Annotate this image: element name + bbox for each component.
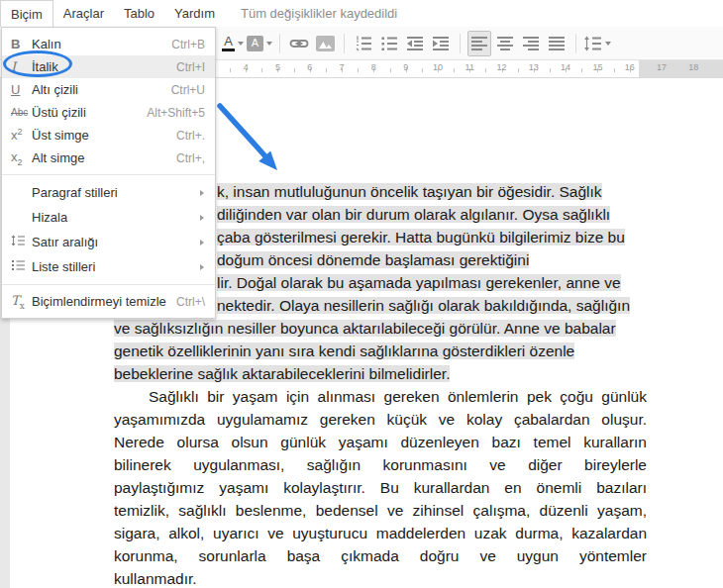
text-line: genetik özelliklerinin yanı sıra kendi s… — [114, 340, 723, 362]
text-line: çaba gösterilmesi gerekir. Hatta bugünkü… — [217, 226, 723, 248]
submenu-arrow-icon — [200, 215, 204, 221]
submenu-arrow-icon — [200, 190, 204, 196]
insert-link-button[interactable] — [287, 31, 311, 56]
line-spacing-icon — [583, 36, 602, 51]
line-spacing-button[interactable] — [583, 31, 611, 56]
menu-item-subscript[interactable]: x2 Alt simge Ctrl+, — [2, 147, 215, 169]
save-status: Tüm değişiklikler kaydedildi — [241, 6, 397, 21]
strikethrough-icon: Abc — [2, 107, 32, 118]
menu-separator — [2, 174, 215, 175]
chevron-down-icon — [266, 42, 272, 46]
text-line: diliğinden var olan bir durum olarak alg… — [217, 203, 723, 226]
justify-button[interactable] — [545, 31, 568, 56]
text-line: bebeklerine sağlık aktarabileceklerini b… — [114, 362, 723, 385]
annotation-circle — [3, 50, 72, 77]
align-center-button[interactable] — [493, 31, 517, 56]
image-icon — [316, 36, 335, 51]
submenu-arrow-icon — [200, 264, 204, 270]
decrease-indent-button[interactable] — [403, 31, 427, 56]
menu-separator — [2, 284, 215, 285]
superscript-icon: x2 — [2, 127, 32, 143]
numbered-list-icon — [355, 36, 372, 51]
text-color-icon: A — [222, 36, 235, 51]
subscript-icon: x2 — [2, 149, 32, 167]
menu-tools[interactable]: Araçlar — [53, 0, 114, 27]
text-line: Nerede olursa olsun günlük yaşamı düzenl… — [114, 431, 647, 453]
align-right-button[interactable] — [519, 31, 543, 56]
bulleted-list-icon — [380, 36, 398, 51]
menu-item-list-styles[interactable]: Liste stilleri — [2, 254, 215, 279]
text-line: yaşamımızda uygulamamız gereken küçük ve… — [114, 408, 647, 431]
text-line: ve sağlıksızlığın nesiller boyunca aktar… — [114, 317, 723, 340]
highlight-color-button[interactable]: A — [247, 31, 272, 56]
menu-help[interactable]: Yardım — [164, 0, 225, 27]
increase-indent-button[interactable] — [429, 31, 453, 56]
text-line: doğum öncesi dönemde başlaması gerektiği… — [217, 248, 723, 271]
text-line: korunma, sorunlarla başa çıkmada doğru v… — [114, 544, 647, 567]
toolbar-separator — [279, 34, 280, 53]
menu-item-underline[interactable]: U Altı çizili Ctrl+U — [2, 78, 215, 101]
menu-item-align[interactable]: Hizala — [2, 205, 215, 230]
text-line: k, insan mutluluğunun öncelik taşıyan bi… — [217, 180, 723, 203]
insert-image-button[interactable] — [313, 31, 337, 56]
menu-table[interactable]: Tablo — [114, 0, 164, 27]
increase-indent-icon — [432, 36, 450, 51]
text-line: bilinerek uygulanması, sağlığın korunmas… — [114, 453, 647, 476]
numbered-list-button[interactable] — [352, 31, 375, 56]
submenu-arrow-icon — [200, 240, 204, 245]
menu-item-paragraph-styles[interactable]: Paragraf stilleri — [2, 180, 215, 205]
menu-item-strikethrough[interactable]: Abc Üstü çizili Alt+Shift+5 — [2, 101, 215, 124]
menubar: Biçim Araçlar Tablo Yardım Tüm değişikli… — [0, 0, 723, 27]
bold-icon: B — [2, 37, 32, 51]
align-center-icon — [496, 36, 514, 51]
text-line: Sağlıklı bir yaşam için alınması gereken… — [114, 385, 647, 408]
chevron-down-icon — [238, 42, 244, 46]
align-left-button[interactable] — [467, 31, 491, 56]
google-docs-window: Biçim Araçlar Tablo Yardım Tüm değişikli… — [0, 0, 723, 588]
clear-formatting-icon: Tx — [2, 293, 32, 311]
menu-item-clear-formatting[interactable]: Tx Biçimlendirmeyi temizle Ctrl+\ — [2, 290, 215, 313]
ruler-numbers: 4 5 6 7 8 9 10 11 12 13 14 15 16 17 18 — [230, 62, 709, 72]
bulleted-list-button[interactable] — [377, 31, 401, 56]
text-line: temizlik, sağlıklı beslenme, bedensel ve… — [114, 499, 647, 522]
text-line: paylaştığımız yaşamı kolaylaştırır. Bu k… — [114, 476, 647, 499]
annotation-arrow-icon — [214, 101, 285, 176]
line-spacing-icon — [11, 235, 26, 246]
toolbar-separator — [344, 34, 345, 53]
decrease-indent-icon — [406, 36, 424, 51]
link-icon — [289, 35, 309, 52]
menu-item-line-spacing[interactable]: Satır aralığı — [2, 230, 215, 254]
text-line: lir. Doğal olarak bu aşamada yapılması g… — [217, 271, 723, 294]
underline-icon: U — [2, 82, 32, 97]
toolbar-separator — [460, 34, 461, 53]
text-line: nektedir. Olaya nesillerin sağlığı olara… — [217, 294, 723, 317]
align-right-icon — [522, 36, 540, 51]
highlight-color-icon: A — [247, 36, 263, 51]
text-line: kullanmadır. — [114, 567, 647, 588]
menu-item-superscript[interactable]: x2 Üst simge Ctrl+. — [2, 124, 215, 147]
justify-icon — [548, 36, 566, 51]
text-color-button[interactable]: A — [221, 31, 245, 56]
list-styles-icon — [11, 259, 26, 271]
menu-format[interactable]: Biçim — [0, 0, 53, 27]
toolbar-separator — [575, 34, 576, 53]
text-line: sigara, alkol, uyarıcı ve uyuşturucu mad… — [114, 522, 647, 544]
paragraph-justified[interactable]: Sağlıklı bir yaşam için alınması gereken… — [114, 385, 647, 588]
chevron-down-icon — [605, 42, 611, 46]
align-left-icon — [470, 36, 488, 51]
